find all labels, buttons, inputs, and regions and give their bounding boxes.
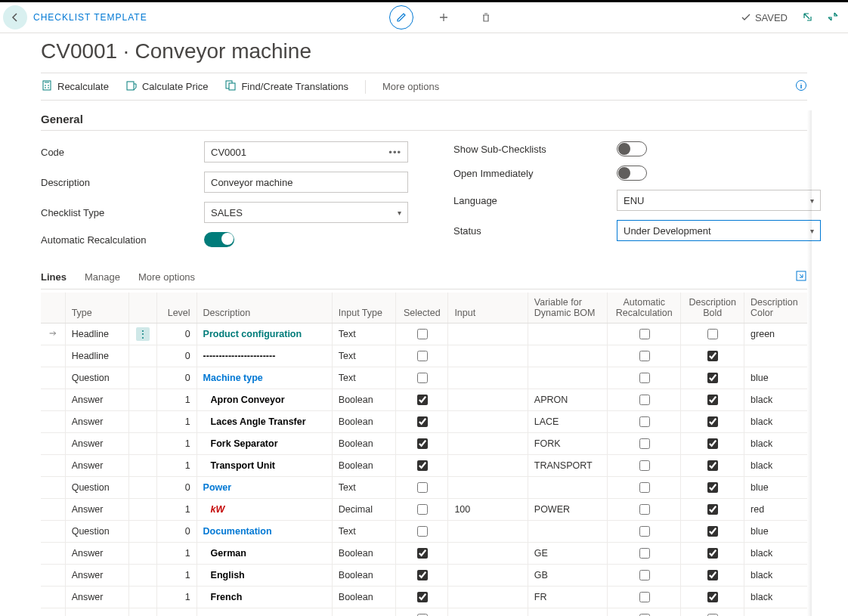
cell-input-type[interactable]: Text <box>332 477 395 499</box>
checkbox[interactable] <box>707 351 718 361</box>
new-button[interactable] <box>432 5 456 29</box>
cell-type[interactable]: Answer <box>65 543 128 565</box>
checkbox[interactable] <box>417 351 428 361</box>
cell-variable[interactable]: FR <box>528 587 607 608</box>
col-desc-color[interactable]: Description Color <box>744 293 807 323</box>
cell-description[interactable]: Power <box>197 477 332 499</box>
cell-variable[interactable] <box>528 323 607 345</box>
cell-input[interactable] <box>448 477 528 499</box>
cell-input-type[interactable]: Text <box>332 367 395 389</box>
delete-button[interactable] <box>474 5 498 29</box>
table-row[interactable]: Question 0 Documentation Text blue <box>41 521 807 543</box>
cell-auto-recalc[interactable] <box>608 345 681 367</box>
cell-type[interactable]: Question <box>65 521 128 543</box>
cell-input[interactable] <box>448 587 528 608</box>
checkbox[interactable] <box>707 460 718 471</box>
checkbox[interactable] <box>417 416 428 427</box>
checkbox[interactable] <box>417 395 428 405</box>
cell-selected[interactable] <box>396 477 448 499</box>
checkbox[interactable] <box>707 592 718 602</box>
cell-selected[interactable] <box>396 367 448 389</box>
cell-variable[interactable] <box>528 345 607 367</box>
col-desc-bold[interactable]: Description Bold <box>681 293 744 323</box>
cell-level[interactable]: 0 <box>156 477 197 499</box>
cell-desc-bold[interactable] <box>681 411 744 433</box>
cell-selected[interactable] <box>396 411 448 433</box>
checkbox[interactable] <box>707 395 718 405</box>
col-description[interactable]: Description <box>197 293 332 323</box>
cell-input[interactable] <box>448 565 528 587</box>
table-row[interactable]: Answer 1 kW Decimal 100 POWER red <box>41 499 807 521</box>
more-options-action[interactable]: More options <box>382 81 439 92</box>
table-row[interactable]: Headline ⋮ 0 Product configuration Text … <box>41 323 807 345</box>
checklist-type-select[interactable]: SALES ▾ <box>204 202 408 223</box>
checkbox[interactable] <box>639 438 650 449</box>
cell-selected[interactable] <box>396 499 448 521</box>
cell-input[interactable] <box>448 411 528 433</box>
table-row[interactable] <box>41 608 807 617</box>
checkbox[interactable] <box>417 482 428 493</box>
cell-description[interactable]: French <box>197 587 332 608</box>
cell-input-type[interactable]: Decimal <box>332 499 395 521</box>
checkbox[interactable] <box>707 373 718 383</box>
cell-selected[interactable] <box>396 521 448 543</box>
cell-description[interactable] <box>197 608 332 617</box>
table-row[interactable]: Answer 1 German Boolean GE black <box>41 543 807 565</box>
cell-level[interactable] <box>156 608 197 617</box>
recalculate-action[interactable]: Recalculate <box>41 79 109 94</box>
checkbox[interactable] <box>707 548 718 559</box>
cell-input-type[interactable]: Boolean <box>332 389 395 411</box>
checkbox[interactable] <box>417 548 428 559</box>
expand-lines-button[interactable] <box>795 270 807 284</box>
cell-description[interactable]: Product configuration <box>197 323 332 345</box>
checkbox[interactable] <box>707 416 718 427</box>
checkbox[interactable] <box>639 351 650 361</box>
cell-type[interactable]: Answer <box>65 389 128 411</box>
open-immediately-toggle[interactable] <box>617 166 647 181</box>
cell-variable[interactable] <box>528 367 607 389</box>
cell-variable[interactable] <box>528 608 607 617</box>
cell-description[interactable]: English <box>197 565 332 587</box>
cell-description[interactable]: Apron Conveyor <box>197 389 332 411</box>
calculate-price-action[interactable]: Calculate Price <box>125 79 208 94</box>
cell-description[interactable]: Laces Angle Transfer <box>197 411 332 433</box>
cell-variable[interactable]: FORK <box>528 433 607 455</box>
cell-level[interactable]: 1 <box>156 499 197 521</box>
cell-description[interactable]: Fork Separator <box>197 433 332 455</box>
cell-input-type[interactable]: Text <box>332 521 395 543</box>
cell-level[interactable]: 1 <box>156 543 197 565</box>
cell-input[interactable] <box>448 433 528 455</box>
checkbox[interactable] <box>639 504 650 515</box>
cell-input[interactable] <box>448 345 528 367</box>
cell-auto-recalc[interactable] <box>608 389 681 411</box>
checkbox[interactable] <box>707 329 718 339</box>
cell-desc-color[interactable]: blue <box>744 367 807 389</box>
tab-manage[interactable]: Manage <box>85 271 120 283</box>
cell-input-type[interactable]: Boolean <box>332 565 395 587</box>
cell-auto-recalc[interactable] <box>608 367 681 389</box>
back-button[interactable] <box>3 5 27 29</box>
checkbox[interactable] <box>639 570 650 580</box>
cell-selected[interactable] <box>396 323 448 345</box>
checkbox[interactable] <box>417 504 428 515</box>
checkbox[interactable] <box>639 416 650 427</box>
col-auto-recalc[interactable]: Automatic Recalculation <box>608 293 681 323</box>
checkbox[interactable] <box>417 329 428 339</box>
checkbox[interactable] <box>707 482 718 493</box>
cell-auto-recalc[interactable] <box>608 587 681 608</box>
description-field[interactable]: Conveyor machine <box>204 172 408 193</box>
cell-type[interactable]: Question <box>65 477 128 499</box>
cell-variable[interactable] <box>528 521 607 543</box>
cell-input-type[interactable]: Text <box>332 323 395 345</box>
checkbox[interactable] <box>707 526 718 537</box>
cell-auto-recalc[interactable] <box>608 565 681 587</box>
cell-desc-color[interactable] <box>744 608 807 617</box>
cell-desc-bold[interactable] <box>681 608 744 617</box>
cell-description[interactable]: kW <box>197 499 332 521</box>
cell-type[interactable]: Answer <box>65 411 128 433</box>
cell-desc-bold[interactable] <box>681 433 744 455</box>
cell-desc-bold[interactable] <box>681 477 744 499</box>
cell-variable[interactable]: TRANSPORT <box>528 455 607 477</box>
cell-desc-bold[interactable] <box>681 587 744 608</box>
cell-selected[interactable] <box>396 608 448 617</box>
